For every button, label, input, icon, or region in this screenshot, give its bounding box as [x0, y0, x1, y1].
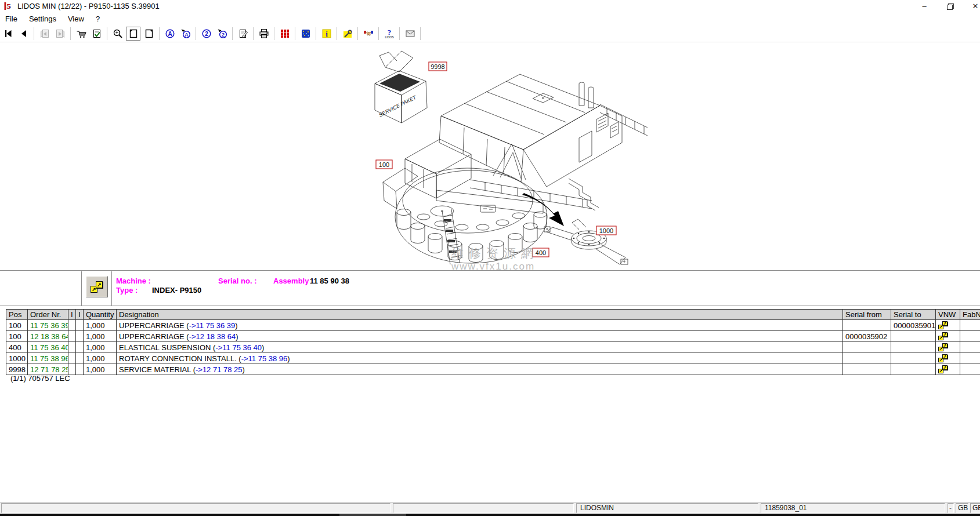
lidos-help-button[interactable]: ?LIDOS — [381, 26, 397, 41]
cell-i1 — [68, 364, 76, 375]
parts-grid-button[interactable] — [277, 26, 292, 41]
info-button[interactable]: i — [319, 26, 334, 41]
table-row[interactable]: 400 11 75 36 40 1,000 ELASTICAL SUSPENSI… — [6, 342, 980, 353]
number-2-circle-icon: 2 — [201, 28, 212, 39]
cell-designation: ROTARY CONNECTION INSTALL. (->11 75 38 9… — [117, 353, 843, 364]
designation-link[interactable]: ->12 18 38 64 — [189, 332, 236, 341]
col-header-order-nr: Order Nr. — [28, 310, 68, 320]
pos-a-button[interactable]: A — [162, 26, 178, 41]
cell-order-nr[interactable]: 12 18 38 64 — [28, 331, 68, 342]
cell-quantity: 1,000 — [84, 353, 117, 364]
mail-button[interactable] — [402, 26, 418, 41]
printer-icon — [258, 28, 270, 39]
cell-vnw[interactable]: ↗↗ — [936, 364, 960, 375]
nav-back-button[interactable] — [16, 26, 31, 41]
menu-settings[interactable]: Settings — [23, 13, 62, 24]
restore-icon — [947, 3, 953, 9]
schematic-icon — [300, 28, 312, 39]
cell-order-nr[interactable]: 12 71 78 25 — [28, 364, 68, 375]
cell-vnw[interactable]: ↗↗ — [936, 353, 960, 364]
schematic-button[interactable] — [298, 26, 313, 41]
cell-vnw[interactable]: ↗↗ — [936, 342, 960, 353]
col-header-serial-to: Serial to — [891, 310, 936, 320]
col-header-designation: Designation — [117, 310, 843, 320]
notepad-button[interactable] — [235, 26, 251, 41]
cell-quantity: 1,000 — [84, 364, 117, 375]
callout-1000[interactable]: 1000 — [596, 226, 616, 235]
designation-link[interactable]: ->11 75 36 39 — [189, 321, 236, 330]
cell-fabn — [960, 353, 980, 364]
toolbar-separator — [196, 27, 196, 40]
designation-link[interactable]: ->11 75 38 96 — [241, 354, 288, 363]
zoom-button[interactable] — [110, 26, 125, 41]
cell-quantity: 1,000 — [84, 320, 117, 331]
col-header-serial-from: Serial from — [843, 310, 891, 320]
close-button[interactable]: ✕ — [963, 0, 980, 12]
book-next-button[interactable] — [52, 26, 68, 41]
service-tools-button[interactable] — [339, 26, 355, 41]
nav-first-button[interactable] — [0, 26, 16, 41]
page-alt-icon — [143, 28, 155, 39]
status-dash: - — [948, 503, 954, 513]
menu-help[interactable]: ? — [90, 13, 106, 24]
designation-link[interactable]: ->11 75 36 40 — [215, 343, 262, 352]
cell-serial-from — [843, 320, 891, 331]
table-row[interactable]: 100 11 75 36 39 1,000 UPPERCARRIAGE (->1… — [6, 320, 980, 331]
parts-table-container: Pos Order Nr. I I Quantity Designation S… — [6, 309, 980, 375]
table-row[interactable]: 9998 12 71 78 25 1,000 SERVICE MATERIAL … — [6, 364, 980, 375]
svg-text:2: 2 — [205, 31, 208, 37]
cell-vnw[interactable]: ↗↗ — [936, 320, 960, 331]
cell-order-nr[interactable]: 11 75 36 39 — [28, 320, 68, 331]
cell-fabn — [960, 331, 980, 342]
toolbar-separator — [316, 27, 316, 40]
vnw-expand-icon: ↗↗ — [938, 321, 949, 330]
designation-text: ) — [243, 365, 245, 374]
separator-line — [0, 306, 980, 307]
toolbar-separator — [357, 27, 358, 40]
designation-link[interactable]: ->12 71 78 25 — [196, 365, 243, 374]
cell-quantity: 1,000 — [84, 342, 117, 353]
col-header-vnw: VNW — [936, 310, 960, 320]
page-view-button[interactable] — [126, 27, 140, 41]
col-header-i2: I — [76, 310, 84, 320]
cell-i2 — [76, 342, 84, 353]
svg-text:2: 2 — [221, 32, 224, 38]
mail-icon — [404, 28, 416, 39]
vnw-expand-icon: ↗↗ — [938, 332, 949, 341]
page-count-label: (1/1) 705757 LEC — [10, 374, 70, 383]
cell-vnw[interactable]: ↗↗ — [936, 331, 960, 342]
table-row[interactable]: 100 12 18 38 64 1,000 UPPERCARRIAGE (->1… — [6, 331, 980, 342]
info-icon: i — [321, 28, 332, 39]
order-form-button[interactable] — [89, 26, 104, 41]
parts-table: Pos Order Nr. I I Quantity Designation S… — [6, 309, 980, 375]
handshake-button[interactable] — [360, 26, 376, 41]
cell-order-nr[interactable]: 11 75 38 96 — [28, 353, 68, 364]
designation-text: UPPERCARRIAGE ( — [119, 321, 189, 330]
print-button[interactable] — [256, 26, 272, 41]
callout-100[interactable]: 100 — [376, 160, 392, 169]
menu-file[interactable]: File — [0, 13, 23, 24]
pos-2-button[interactable]: 2 — [198, 26, 214, 41]
page-alt-button[interactable] — [141, 26, 157, 41]
service-paket-label: SERVICE PAKET — [378, 94, 418, 118]
minimize-button[interactable]: – — [912, 0, 937, 12]
table-row[interactable]: 1000 11 75 38 96 1,000 ROTARY CONNECTION… — [6, 353, 980, 364]
menu-view[interactable]: View — [62, 13, 90, 24]
cell-i1 — [68, 331, 76, 342]
book-prev-button[interactable] — [37, 26, 52, 41]
cell-serial-from: 0000035902 — [843, 331, 891, 342]
cell-order-nr[interactable]: 11 75 36 40 — [28, 342, 68, 353]
restore-button[interactable] — [937, 0, 963, 12]
goto-2-button[interactable]: 2 — [214, 26, 230, 41]
toolbar-separator — [420, 27, 421, 40]
svg-text:5: 5 — [6, 2, 10, 10]
handshake-icon — [363, 28, 374, 39]
svg-text:A: A — [168, 31, 172, 37]
cell-pos: 100 — [6, 331, 28, 342]
callout-9998[interactable]: 9998 — [429, 62, 447, 71]
status-language-1: GB — [956, 503, 968, 513]
goto-a-button[interactable]: A — [178, 26, 193, 41]
watermark-text-cjk: 維修资源網 — [451, 246, 538, 260]
cart-button[interactable] — [73, 26, 89, 41]
toolbar-separator — [399, 27, 400, 40]
